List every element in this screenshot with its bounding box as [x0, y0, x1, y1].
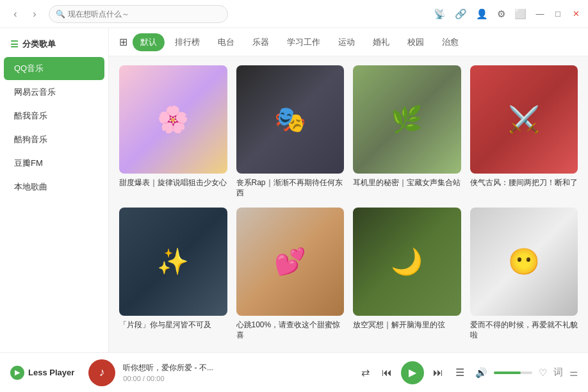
- category-tab-default[interactable]: 默认: [133, 33, 165, 51]
- playlist-card[interactable]: 🌿耳机里的秘密｜宝藏女声集合站: [353, 65, 461, 199]
- playlist-card[interactable]: ⚔️侠气古风：腰间两把刀！断和了: [470, 65, 578, 199]
- player-album-art[interactable]: ♪: [88, 359, 115, 386]
- playlist-card[interactable]: 🌸甜度爆表｜旋律说唱狙击少女心: [119, 65, 227, 199]
- category-tab-campus[interactable]: 校园: [400, 33, 432, 51]
- sidebar-item-kw[interactable]: 酷我音乐: [4, 104, 104, 127]
- playlist-title: 丧系Rap｜渐渐不再期待任何东西: [236, 177, 345, 199]
- titlebar: ‹ › 🔍 📡 🔗 👤 ⚙ ⬜ — □ ✕: [0, 0, 588, 28]
- maximize-button[interactable]: □: [553, 10, 562, 19]
- sidebar: ☰ 分类歌单 QQ音乐网易云音乐酷我音乐酷狗音乐豆瓣FM本地歌曲: [0, 28, 109, 352]
- playlist-card[interactable]: 🌙放空冥想｜解开脑海里的弦: [353, 208, 461, 341]
- category-tab-heal[interactable]: 治愈: [434, 33, 466, 51]
- playlist-thumbnail: 😶: [470, 208, 578, 316]
- volume-icon[interactable]: 🔊: [475, 367, 487, 379]
- player-right-controls: 🔊 ♡ 词 ⚌: [475, 366, 578, 379]
- playlist-thumb-art: 🎭: [236, 65, 345, 174]
- sidebar-item-dou[interactable]: 豆瓣FM: [4, 152, 104, 175]
- screen-icon[interactable]: ⬜: [514, 8, 527, 20]
- nav-back-button[interactable]: ‹: [8, 6, 23, 22]
- player-song-title: 听你想听，爱你所爱 - 不...: [123, 363, 251, 373]
- category-tab-rank[interactable]: 排行榜: [167, 33, 208, 51]
- app-name-label: Less Player: [28, 368, 74, 377]
- sidebar-item-kg[interactable]: 酷狗音乐: [4, 128, 104, 151]
- playlist-card[interactable]: ✨「片段」你与星河皆不可及: [119, 208, 227, 341]
- player-bar: ▶ Less Player ♪ 听你想听，爱你所爱 - 不... 00:00 /…: [0, 352, 588, 392]
- playlist-thumbnail: 🌸: [119, 65, 227, 174]
- playlist-thumb-art: 💕: [236, 208, 345, 316]
- category-tabs: ⊞ 默认排行榜电台乐器学习工作运动婚礼校园治愈: [109, 28, 588, 56]
- playlist-title: 心跳100%，请查收这个甜蜜惊喜: [236, 320, 345, 341]
- lyrics-icon[interactable]: 词: [553, 366, 563, 379]
- playlist-thumbnail: 🌙: [353, 208, 461, 316]
- cast-icon[interactable]: 📡: [434, 8, 446, 20]
- prev-button[interactable]: ⏮: [379, 365, 395, 380]
- playlist-card[interactable]: 🎭丧系Rap｜渐渐不再期待任何东西: [236, 65, 345, 199]
- playlist-thumbnail: 🌿: [353, 65, 461, 174]
- playlist-title: 放空冥想｜解开脑海里的弦: [353, 320, 461, 331]
- sidebar-header: ☰ 分类歌单: [0, 35, 108, 56]
- search-icon: 🔍: [56, 10, 65, 19]
- content-area: ⊞ 默认排行榜电台乐器学习工作运动婚礼校园治愈 🌸甜度爆表｜旋律说唱狙击少女心🎭…: [109, 28, 588, 352]
- settings-icon[interactable]: ⚙: [497, 8, 505, 20]
- app-logo: ▶ Less Player: [10, 366, 74, 380]
- titlebar-right: 📡 🔗 👤 ⚙ ⬜ — □ ✕: [434, 8, 580, 20]
- grid-view-icon[interactable]: ⊞: [119, 36, 127, 48]
- playlist-title: 侠气古风：腰间两把刀！断和了: [470, 177, 578, 188]
- category-tabs-container: 默认排行榜电台乐器学习工作运动婚礼校园治愈: [133, 33, 466, 51]
- close-button[interactable]: ✕: [571, 10, 580, 19]
- sidebar-item-wyy[interactable]: 网易云音乐: [4, 81, 104, 104]
- playlist-thumb-art: 🌿: [353, 65, 461, 174]
- shuffle-button[interactable]: ⇄: [357, 365, 373, 380]
- category-tab-instrument[interactable]: 乐器: [245, 33, 277, 51]
- favorite-icon[interactable]: ♡: [539, 367, 547, 379]
- sidebar-item-qq[interactable]: QQ音乐: [4, 57, 104, 80]
- player-controls: ⇄ ⏮ ▶ ⏭ ☰: [357, 361, 468, 384]
- app-logo-icon: ▶: [10, 366, 24, 380]
- music-note-icon: ♪: [99, 366, 105, 379]
- playlist-thumb-art: 😶: [470, 208, 578, 316]
- category-tab-wedding[interactable]: 婚礼: [365, 33, 397, 51]
- nav-forward-button[interactable]: ›: [27, 6, 42, 22]
- play-pause-button[interactable]: ▶: [401, 361, 424, 384]
- playlist-button[interactable]: ☰: [452, 365, 468, 380]
- search-input[interactable]: [68, 10, 221, 19]
- main-layout: ☰ 分类歌单 QQ音乐网易云音乐酷我音乐酷狗音乐豆瓣FM本地歌曲 ⊞ 默认排行榜…: [0, 28, 588, 352]
- category-tab-radio[interactable]: 电台: [210, 33, 242, 51]
- share-icon[interactable]: 🔗: [455, 8, 467, 20]
- minimize-button[interactable]: —: [535, 10, 544, 19]
- playlist-title: 甜度爆表｜旋律说唱狙击少女心: [119, 177, 227, 188]
- playlist-grid: 🌸甜度爆表｜旋律说唱狙击少女心🎭丧系Rap｜渐渐不再期待任何东西🌿耳机里的秘密｜…: [119, 65, 578, 341]
- grid-area: 🌸甜度爆表｜旋律说唱狙击少女心🎭丧系Rap｜渐渐不再期待任何东西🌿耳机里的秘密｜…: [109, 56, 588, 352]
- next-button[interactable]: ⏭: [430, 365, 446, 380]
- sidebar-item-local[interactable]: 本地歌曲: [4, 176, 104, 199]
- playlist-thumbnail: ✨: [119, 208, 227, 316]
- playlist-card[interactable]: 💕心跳100%，请查收这个甜蜜惊喜: [236, 208, 345, 341]
- playlist-title: 耳机里的秘密｜宝藏女声集合站: [353, 177, 461, 188]
- playlist-thumbnail: 🎭: [236, 65, 345, 174]
- sidebar-items: QQ音乐网易云音乐酷我音乐酷狗音乐豆瓣FM本地歌曲: [0, 57, 108, 199]
- playlist-thumbnail: 💕: [236, 208, 345, 316]
- volume-bar[interactable]: [494, 372, 532, 374]
- sidebar-header-label: 分类歌单: [22, 38, 56, 50]
- player-time: 00:00 / 00:00: [123, 375, 350, 382]
- playlist-card[interactable]: 😶爱而不得的时候，再爱就不礼貌啦: [470, 208, 578, 341]
- category-tab-sport[interactable]: 运动: [331, 33, 363, 51]
- playlist-title: 「片段」你与星河皆不可及: [119, 320, 227, 331]
- playlist-thumbnail: ⚔️: [470, 65, 578, 174]
- playlist-thumb-art: ✨: [119, 208, 227, 316]
- equalizer-icon[interactable]: ⚌: [569, 367, 578, 379]
- search-box[interactable]: 🔍: [49, 5, 228, 23]
- playlist-thumb-art: 🌸: [119, 65, 227, 174]
- playlist-thumb-art: 🌙: [353, 208, 461, 316]
- category-tab-study[interactable]: 学习工作: [279, 33, 328, 51]
- user-icon[interactable]: 👤: [476, 8, 488, 20]
- playlist-thumb-art: ⚔️: [470, 65, 578, 174]
- volume-fill: [494, 372, 521, 374]
- playlist-title: 爱而不得的时候，再爱就不礼貌啦: [470, 320, 578, 341]
- playlist-icon: ☰: [10, 39, 19, 49]
- logo-play-icon: ▶: [15, 368, 20, 377]
- nav-buttons: ‹ ›: [8, 6, 42, 22]
- player-info: 听你想听，爱你所爱 - 不... 00:00 / 00:00: [123, 363, 350, 382]
